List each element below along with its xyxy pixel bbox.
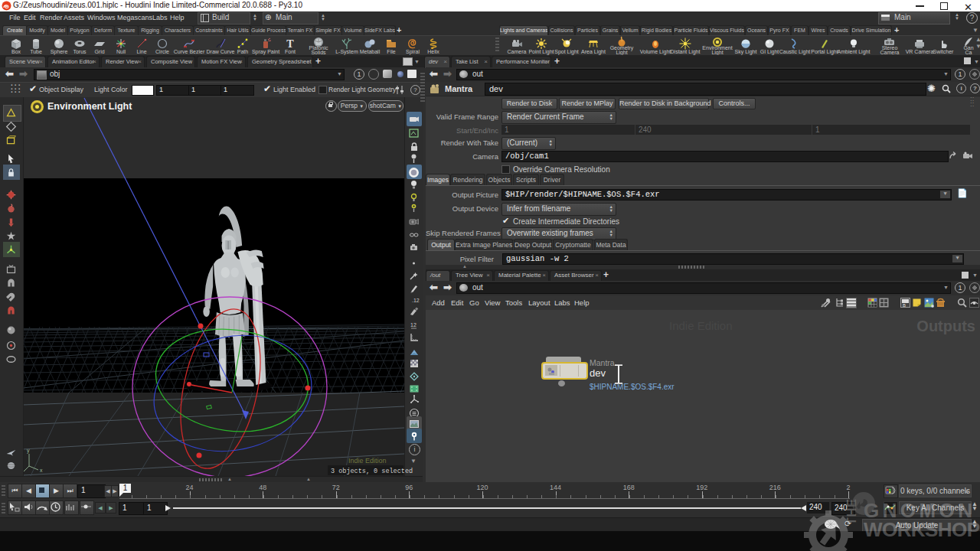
svg-text:B: B <box>903 303 906 308</box>
svg-text:x: x <box>40 468 43 473</box>
svg-text:T: T <box>286 38 294 50</box>
svg-text:y: y <box>27 448 30 454</box>
svg-text:.12: .12 <box>412 298 420 303</box>
svg-text:12: 12 <box>410 322 416 328</box>
